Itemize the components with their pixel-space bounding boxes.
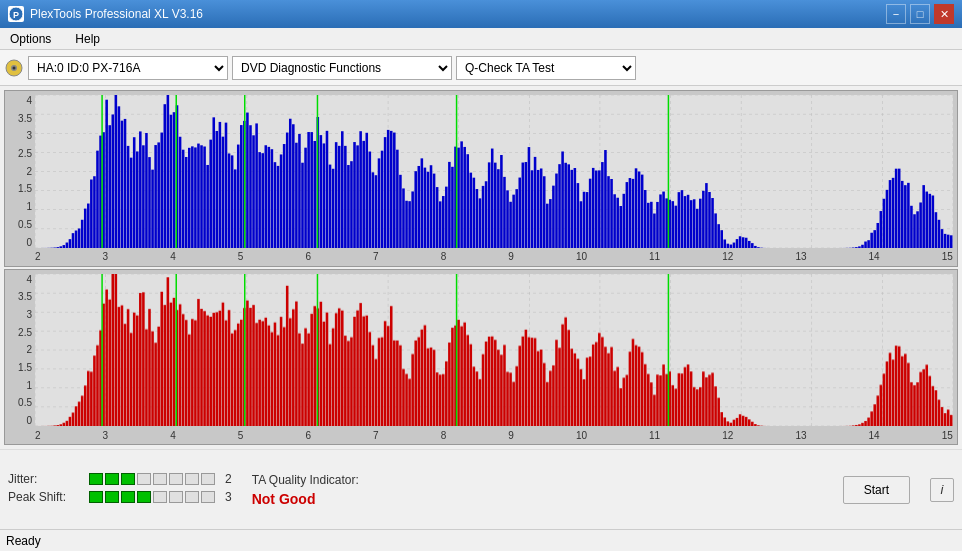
ta-quality-section: TA Quality Indicator: Not Good bbox=[252, 473, 359, 507]
main-content: 4 3.5 3 2.5 2 1.5 1 0.5 0 2 3 4 5 6 7 8 … bbox=[0, 86, 962, 449]
peak-seg-4 bbox=[137, 491, 151, 503]
info-button[interactable]: i bbox=[930, 478, 954, 502]
jitter-seg-7 bbox=[185, 473, 199, 485]
peak-seg-1 bbox=[89, 491, 103, 503]
status-text: Ready bbox=[6, 534, 41, 548]
svg-text:P: P bbox=[13, 10, 19, 20]
top-chart-y-labels: 4 3.5 3 2.5 2 1.5 1 0.5 0 bbox=[5, 95, 35, 248]
bottom-chart-y-labels: 4 3.5 3 2.5 2 1.5 1 0.5 0 bbox=[5, 274, 35, 427]
title-left: P PlexTools Professional XL V3.16 bbox=[8, 6, 203, 22]
top-chart-canvas bbox=[35, 95, 953, 248]
peak-shift-value: 3 bbox=[225, 490, 232, 504]
bottom-chart-container: 4 3.5 3 2.5 2 1.5 1 0.5 0 2 3 4 5 6 7 8 … bbox=[4, 269, 958, 446]
peak-seg-8 bbox=[201, 491, 215, 503]
bottom-panel: Jitter: 2 Peak Shift: bbox=[0, 449, 962, 529]
drive-selector[interactable]: HA:0 ID:0 PX-716A bbox=[28, 56, 228, 80]
svg-point-4 bbox=[13, 66, 16, 69]
top-chart-x-labels: 2 3 4 5 6 7 8 9 10 11 12 13 14 15 bbox=[35, 248, 953, 266]
peak-seg-3 bbox=[121, 491, 135, 503]
menu-options[interactable]: Options bbox=[4, 30, 57, 48]
metrics-section: Jitter: 2 Peak Shift: bbox=[8, 472, 232, 508]
minimize-button[interactable]: − bbox=[886, 4, 906, 24]
jitter-seg-3 bbox=[121, 473, 135, 485]
menu-bar: Options Help bbox=[0, 28, 962, 50]
peak-shift-row: Peak Shift: 3 bbox=[8, 490, 232, 504]
maximize-button[interactable]: □ bbox=[910, 4, 930, 24]
peak-seg-5 bbox=[153, 491, 167, 503]
close-button[interactable]: ✕ bbox=[934, 4, 954, 24]
status-bar: Ready bbox=[0, 529, 962, 551]
jitter-seg-4 bbox=[137, 473, 151, 485]
toolbar: HA:0 ID:0 PX-716A DVD Diagnostic Functio… bbox=[0, 50, 962, 86]
app-icon: P bbox=[8, 6, 24, 22]
menu-help[interactable]: Help bbox=[69, 30, 106, 48]
ta-quality-value: Not Good bbox=[252, 491, 316, 507]
jitter-progress bbox=[89, 473, 215, 485]
peak-seg-6 bbox=[169, 491, 183, 503]
function-selector[interactable]: DVD Diagnostic Functions bbox=[232, 56, 452, 80]
title-bar: P PlexTools Professional XL V3.16 − □ ✕ bbox=[0, 0, 962, 28]
start-button[interactable]: Start bbox=[843, 476, 910, 504]
top-chart-area bbox=[35, 95, 953, 248]
jitter-seg-2 bbox=[105, 473, 119, 485]
jitter-seg-1 bbox=[89, 473, 103, 485]
drive-icon bbox=[4, 58, 24, 78]
peak-shift-progress bbox=[89, 491, 215, 503]
bottom-chart-x-labels: 2 3 4 5 6 7 8 9 10 11 12 13 14 15 bbox=[35, 426, 953, 444]
jitter-row: Jitter: 2 bbox=[8, 472, 232, 486]
window-title: PlexTools Professional XL V3.16 bbox=[30, 7, 203, 21]
window-controls: − □ ✕ bbox=[886, 4, 954, 24]
peak-shift-label: Peak Shift: bbox=[8, 490, 83, 504]
jitter-label: Jitter: bbox=[8, 472, 83, 486]
top-chart-container: 4 3.5 3 2.5 2 1.5 1 0.5 0 2 3 4 5 6 7 8 … bbox=[4, 90, 958, 267]
jitter-value: 2 bbox=[225, 472, 232, 486]
peak-seg-2 bbox=[105, 491, 119, 503]
jitter-seg-8 bbox=[201, 473, 215, 485]
test-selector[interactable]: Q-Check TA Test bbox=[456, 56, 636, 80]
bottom-chart-area bbox=[35, 274, 953, 427]
ta-quality-label: TA Quality Indicator: bbox=[252, 473, 359, 487]
jitter-seg-5 bbox=[153, 473, 167, 485]
peak-seg-7 bbox=[185, 491, 199, 503]
jitter-seg-6 bbox=[169, 473, 183, 485]
bottom-chart-canvas bbox=[35, 274, 953, 427]
